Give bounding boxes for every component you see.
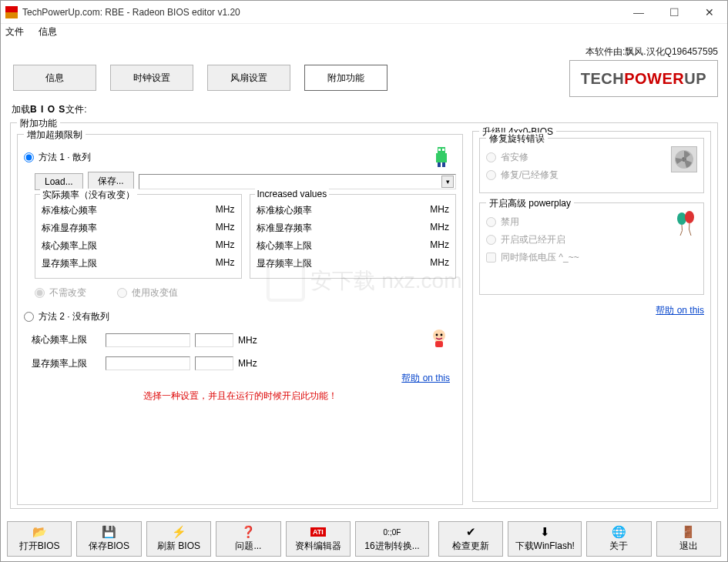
open-bios-button[interactable]: 📂打开BIOS xyxy=(7,521,72,557)
m2-core-input2[interactable] xyxy=(195,333,233,347)
menu-file[interactable]: 文件 xyxy=(5,26,24,37)
method1-label: 方法 1 · 散列 xyxy=(39,151,91,164)
bios-file-label: 加载B I O S文件: xyxy=(12,103,716,116)
svg-rect-3 xyxy=(442,162,445,167)
group-powerplay: 开启高级 powerplay 禁用 开启或已经开启 同时降低电压 ^_~~ xyxy=(479,202,704,295)
help-link-right[interactable]: 帮助 on this xyxy=(656,305,704,316)
data-editor-button[interactable]: ATI资料编辑器 xyxy=(286,521,351,557)
tab-buttons: 信息 时钟设置 风扇设置 附加功能 xyxy=(10,60,391,99)
sprite-icon xyxy=(431,146,451,169)
flash-bios-button[interactable]: ⚡刷新 BIOS xyxy=(146,521,211,557)
load-button[interactable]: Load... xyxy=(35,173,83,190)
window-title: TechPowerUp.com: RBE - Radeon BIOS edito… xyxy=(22,7,621,18)
radio-pp-enable xyxy=(486,235,496,245)
actual-freq-group: 实际频率（没有改变） 标准核心频率MHz 标准显存频率MHz 核心频率上限MHz… xyxy=(35,194,242,279)
increased-freq-group: Increased values 标准核心频率MHz 标准显存频率MHz 核心频… xyxy=(250,194,457,279)
svg-rect-2 xyxy=(438,162,441,167)
logo: TECHPOWERUP xyxy=(569,60,718,97)
maximize-button[interactable]: ☐ xyxy=(656,1,692,24)
svg-rect-9 xyxy=(435,341,443,347)
tab-fan[interactable]: 风扇设置 xyxy=(207,65,290,91)
save-icon: 💾 xyxy=(102,525,116,539)
update-icon: ✔ xyxy=(466,525,476,539)
tab-info[interactable]: 信息 xyxy=(13,65,96,91)
m2-mem-input[interactable] xyxy=(106,356,190,370)
svg-rect-5 xyxy=(442,149,445,151)
exit-icon: 🚪 xyxy=(681,525,696,539)
menu-info[interactable]: 信息 xyxy=(39,26,57,37)
group-overclock: 增加超频限制 方法 1 · 散列 Load... 保存... ▾ xyxy=(17,134,463,505)
save-bios-button[interactable]: 💾保存BIOS xyxy=(76,521,141,557)
radio-no-change xyxy=(35,288,45,298)
radio-spin1 xyxy=(486,152,496,162)
radio-pp-disable xyxy=(486,217,496,227)
chk-lower-voltage xyxy=(486,253,496,263)
about-button[interactable]: 🌐关于 xyxy=(586,521,651,557)
tab-extra[interactable]: 附加功能 xyxy=(304,65,387,91)
baby-icon xyxy=(428,328,450,352)
group-extra: 附加功能 增加超频限制 方法 1 · 散列 Load.. xyxy=(10,122,718,509)
radio-method1[interactable] xyxy=(24,152,34,162)
m2-core-input[interactable] xyxy=(106,333,190,347)
chevron-down-icon: ▾ xyxy=(441,176,454,188)
minimize-button[interactable]: — xyxy=(621,1,656,24)
issue-button[interactable]: ❓问题... xyxy=(216,521,280,557)
globe-icon: 🌐 xyxy=(612,525,626,539)
logo-power: POWER xyxy=(624,70,684,87)
flash-icon: ⚡ xyxy=(172,525,186,539)
app-icon xyxy=(5,6,18,18)
radio-use-changed xyxy=(117,288,127,298)
download-winflash-button[interactable]: ⬇下载WinFlash! xyxy=(508,521,582,557)
help-link-left[interactable]: 帮助 on this xyxy=(401,373,450,383)
download-icon: ⬇ xyxy=(540,525,550,539)
svg-point-13 xyxy=(685,211,694,223)
svg-rect-1 xyxy=(436,153,447,162)
menubar: 文件 信息 xyxy=(1,24,727,41)
balloon-icon xyxy=(674,211,697,269)
method2-label: 方法 2 · 没有散列 xyxy=(39,310,109,323)
svg-point-8 xyxy=(441,334,443,336)
group-spinfix: 修复旋转错误 省安修 修复/已经修复 xyxy=(479,138,704,193)
svg-rect-4 xyxy=(438,149,441,151)
m2-mem-input2[interactable] xyxy=(195,356,233,370)
ati-icon: ATI xyxy=(310,525,326,539)
radio-method2[interactable] xyxy=(24,312,34,322)
check-update-button[interactable]: ✔检查更新 xyxy=(438,521,503,557)
radio-spin2 xyxy=(486,170,496,180)
bottom-toolbar: 📂打开BIOS 💾保存BIOS ⚡刷新 BIOS ❓问题... ATI资料编辑器… xyxy=(1,517,727,561)
exit-button[interactable]: 🚪退出 xyxy=(656,521,721,557)
logo-tech: TECH xyxy=(581,70,624,87)
group-upgrade: 升级!! 4xx0-BIOS 修复旋转错误 省安修 修复/已经修复 xyxy=(472,131,711,502)
svg-point-6 xyxy=(433,330,445,342)
question-icon: ❓ xyxy=(241,525,256,539)
hex-convert-button[interactable]: 0:;0F16进制转换... xyxy=(355,521,429,557)
warning-note: 选择一种设置，并且在运行的时候开启此功能！ xyxy=(24,390,456,403)
tab-clock[interactable]: 时钟设置 xyxy=(110,65,193,91)
svg-point-7 xyxy=(436,334,438,336)
hex-icon: 0:;0F xyxy=(384,525,401,539)
hash-combo[interactable]: ▾ xyxy=(139,174,456,189)
close-button[interactable]: ✕ xyxy=(692,1,727,24)
logo-up: UP xyxy=(684,70,706,87)
folder-open-icon: 📂 xyxy=(32,525,47,539)
fan-icon xyxy=(671,146,697,172)
titlebar: TechPowerUp.com: RBE - Radeon BIOS edito… xyxy=(1,1,727,24)
credit-text: 本软件由:飘风.汉化Q196457595 xyxy=(10,45,718,59)
